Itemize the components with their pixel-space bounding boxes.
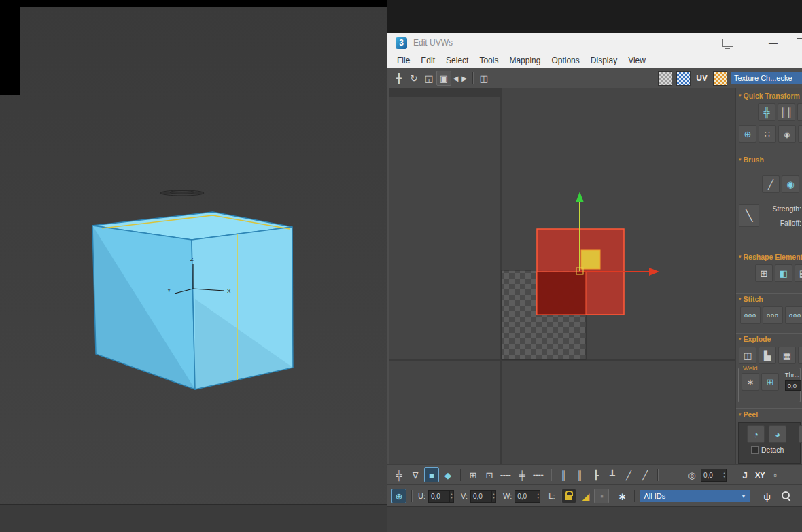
quick-peel-icon[interactable]: ◔ (747, 425, 765, 443)
snowflake-freeze-icon[interactable]: ∗ (614, 489, 629, 503)
checker-texture-icon[interactable] (713, 71, 727, 86)
align-bar-icon[interactable]: ║ (556, 467, 571, 482)
detach-checkbox[interactable] (751, 446, 759, 454)
spinner[interactable]: ▴ ▾ (536, 491, 540, 502)
mirror-tool-icon[interactable]: ◄► (451, 71, 469, 86)
align-vertical-icon[interactable]: ┸ (605, 467, 620, 482)
rotate-tool-icon[interactable]: ↻ (406, 71, 421, 86)
clipped-edge-icon[interactable]: ▫ (768, 467, 783, 482)
float-window-icon[interactable] (722, 39, 733, 47)
detach-edge-verts-icon[interactable]: ▙ (759, 347, 776, 364)
flatten-by-material-icon[interactable]: ■ (798, 347, 802, 364)
straighten-selection-icon[interactable]: ⊞ (755, 264, 773, 282)
edge-grow-icon[interactable]: ╍╍ (531, 467, 546, 482)
freeform-mode-icon[interactable]: ▣ (436, 71, 451, 86)
rotate-center-icon[interactable]: ◎ (684, 467, 699, 482)
shrink-selection-icon[interactable]: ⊡ (482, 467, 497, 482)
quick-rotate-icon[interactable]: ◈ (778, 125, 796, 143)
relax-brush-icon[interactable]: ◉ (782, 175, 799, 193)
stitch-target-icon[interactable]: ooo (785, 306, 802, 324)
lock-icon[interactable] (561, 489, 576, 503)
maximize-button[interactable] (797, 38, 802, 48)
rollout-stitch[interactable]: ▾ Stitch (736, 293, 802, 304)
paint-select-icon[interactable]: ╱ (621, 467, 636, 482)
menu-select[interactable]: Select (440, 56, 474, 65)
select-element-icon[interactable]: ◆ (440, 467, 455, 482)
spinner-down-icon[interactable]: ▾ (492, 496, 495, 499)
w-value[interactable]: 0,0 (515, 493, 536, 500)
perspective-viewport[interactable]: Z X Y (0, 0, 387, 532)
menu-mapping[interactable]: Mapping (504, 56, 546, 65)
quick-space-icon[interactable]: ║║ (778, 103, 795, 121)
zoom-icon[interactable] (781, 491, 792, 501)
square-falloff-icon[interactable]: ■ (424, 467, 439, 482)
texture-select-dropdown[interactable]: Texture Ch...ecke (731, 72, 802, 84)
helper-object[interactable] (160, 190, 204, 196)
flatten-by-smoothing-icon[interactable]: ▦ (778, 347, 796, 364)
quick-align-icon[interactable]: ╬ (758, 103, 775, 121)
flip-tool-icon[interactable]: ◫ (476, 71, 491, 86)
target-weld-icon[interactable]: ⊞ (761, 373, 779, 391)
pivot-corner-icon[interactable]: ◢ (578, 489, 593, 503)
scale-tool-icon[interactable]: ◱ (421, 71, 436, 86)
absolute-typein-icon[interactable]: ⊕ (391, 489, 406, 503)
weld-threshold-field[interactable]: 0,0 (785, 380, 801, 391)
v-field[interactable]: 0,0 ▴ ▾ (470, 490, 496, 503)
menu-tools[interactable]: Tools (474, 56, 504, 65)
minimize-button[interactable]: — (769, 38, 778, 48)
break-icon[interactable]: ◫ (739, 347, 756, 364)
pan-hand-icon[interactable]: ψ (759, 489, 774, 503)
pelt-map-icon[interactable]: ◑ (799, 425, 802, 443)
u-value[interactable]: 0,0 (429, 493, 449, 500)
quick-snap-icon[interactable]: ╋ (797, 103, 802, 121)
rollout-peel[interactable]: ▾ Peel (736, 408, 802, 420)
relax-element-icon[interactable]: ◧ (775, 264, 792, 282)
cube-object[interactable] (92, 212, 293, 389)
material-id-filter-dropdown[interactable]: All IDs ▼ (640, 490, 750, 502)
rotate-angle-field[interactable]: 0,0 ▴ ▾ (701, 469, 727, 482)
show-map-icon[interactable] (676, 71, 691, 86)
rollout-reshape-elements[interactable]: ▾ Reshape Elements (736, 251, 802, 262)
menu-view[interactable]: View (623, 56, 651, 65)
options-toggle-icon[interactable]: ▪ (594, 489, 609, 503)
align-bar-icon[interactable]: ║ (572, 467, 587, 482)
menu-options[interactable]: Options (546, 56, 585, 65)
rotate-angle-value[interactable]: 0,0 (701, 472, 722, 479)
peel-mode-icon[interactable]: ◕ (769, 425, 786, 443)
rollout-quick-transform[interactable]: ▾ Quick Transform (736, 90, 802, 101)
stitch-source-icon[interactable]: ooo (763, 306, 783, 324)
weld-selected-icon[interactable]: ∗ (742, 373, 759, 391)
align-horizontal-icon[interactable]: ┠ (589, 467, 604, 482)
move-tool-icon[interactable]: ╋ (391, 71, 406, 86)
menu-display[interactable]: Display (585, 56, 623, 65)
rollout-brush[interactable]: ▾ Brush (736, 154, 802, 165)
rollout-explode[interactable]: ▾ Explode (736, 333, 802, 344)
spinner[interactable]: ▴ ▾ (491, 491, 495, 502)
u-field[interactable]: 0,0 ▴ ▾ (428, 490, 454, 503)
pelt-hook-icon[interactable]: J (737, 467, 752, 482)
edge-loop-icon[interactable]: ╌╌ (498, 467, 513, 482)
edge-ring-icon[interactable]: ╪ (515, 467, 529, 482)
v-value[interactable]: 0,0 (471, 493, 491, 500)
rectangularize-icon[interactable]: ▤ (795, 264, 802, 282)
quick-distribute-icon[interactable]: ∷ (759, 125, 776, 143)
paint-move-brush-icon[interactable]: ╱ (762, 175, 780, 193)
selected-face[interactable] (581, 250, 600, 269)
grow-selection-icon[interactable]: ⊞ (466, 467, 481, 482)
uv-canvas-scene[interactable] (389, 88, 735, 464)
soft-selection-icon[interactable]: ╬ (391, 467, 406, 482)
stitch-custom-icon[interactable]: ooo (740, 306, 761, 324)
paint-deselect-icon[interactable]: ╱ (638, 467, 652, 482)
spinner[interactable]: ▴ ▾ (449, 491, 453, 502)
spinner-down-icon[interactable]: ▾ (722, 475, 726, 478)
spinner-down-icon[interactable]: ▾ (536, 496, 540, 499)
quick-move-icon[interactable]: ⊕ (739, 125, 756, 143)
viewport-scene[interactable]: Z X Y (0, 0, 387, 532)
show-grid-icon[interactable] (658, 71, 672, 86)
w-field[interactable]: 0,0 ▴ ▾ (515, 490, 540, 503)
uv-shell-overlap[interactable] (537, 272, 586, 315)
uv-editor-canvas[interactable] (389, 88, 735, 464)
menu-file[interactable]: File (391, 56, 415, 65)
spinner[interactable]: ▴ ▾ (722, 469, 726, 481)
window-titlebar[interactable]: 3 Edit UVWs — (387, 33, 802, 53)
